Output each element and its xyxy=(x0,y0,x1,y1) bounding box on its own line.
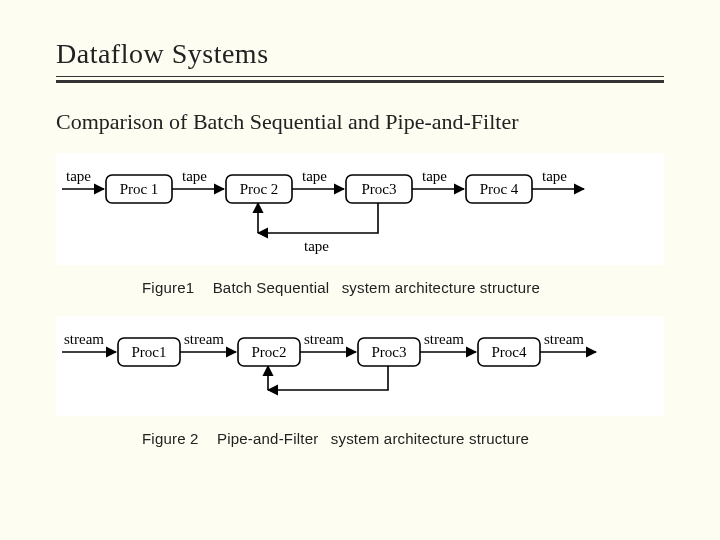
proc-box-label: Proc 2 xyxy=(240,181,279,197)
edge-label: stream xyxy=(64,331,104,347)
caption-type: Pipe-and-Filter xyxy=(217,430,318,447)
proc-box-label: Proc 4 xyxy=(480,181,519,197)
proc-box-label: Proc 1 xyxy=(120,181,159,197)
proc-box-label: Proc3 xyxy=(362,181,397,197)
edge-label: stream xyxy=(544,331,584,347)
caption-type: Batch Sequential xyxy=(213,279,330,296)
subhead: Comparison of Batch Sequential and Pipe-… xyxy=(56,109,664,135)
title-rule-thick xyxy=(56,80,664,83)
proc-box-label: Proc1 xyxy=(132,344,167,360)
caption-figno: Figure1 xyxy=(142,279,194,296)
edge-label: stream xyxy=(304,331,344,347)
edge-label: stream xyxy=(184,331,224,347)
edge-label: tape xyxy=(422,168,447,184)
figure-2-diagram: stream stream stream stream stream Proc1… xyxy=(56,316,664,416)
feedback-label: tape xyxy=(304,238,329,254)
edge-label: tape xyxy=(66,168,91,184)
edge-label: tape xyxy=(302,168,327,184)
proc-box-label: Proc3 xyxy=(372,344,407,360)
page-title: Dataflow Systems xyxy=(56,38,664,70)
figure-1-diagram: tape tape tape tape tape tape Proc 1 Pro… xyxy=(56,153,664,265)
figure-2-caption: Figure 2 Pipe-and-Filter system architec… xyxy=(142,430,664,447)
proc-box-label: Proc4 xyxy=(492,344,527,360)
edge-label: tape xyxy=(542,168,567,184)
edge-label: tape xyxy=(182,168,207,184)
caption-rest: system architecture structure xyxy=(331,430,529,447)
proc-box-label: Proc2 xyxy=(252,344,287,360)
title-rule-thin xyxy=(56,76,664,77)
caption-figno: Figure 2 xyxy=(142,430,199,447)
figure-1-caption: Figure1 Batch Sequential system architec… xyxy=(142,279,664,296)
edge-label: stream xyxy=(424,331,464,347)
caption-rest: system architecture structure xyxy=(342,279,540,296)
